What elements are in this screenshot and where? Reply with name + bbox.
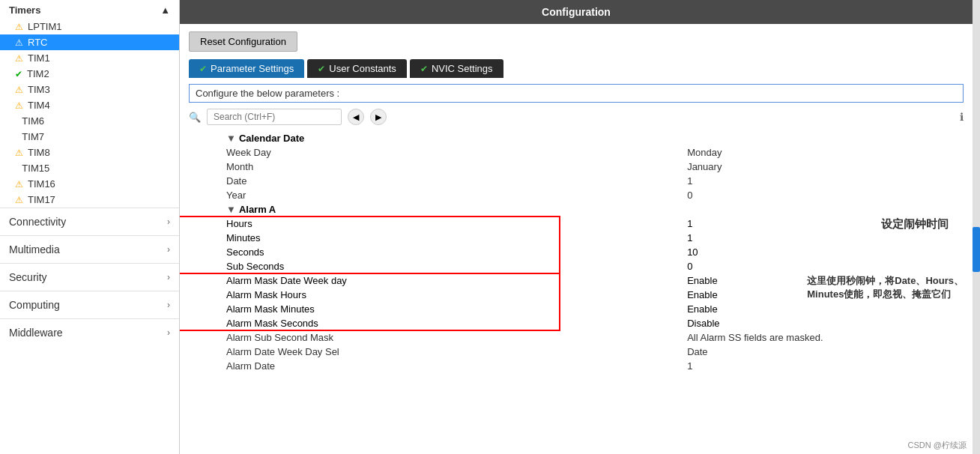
next-arrow[interactable]: ▶ — [370, 109, 387, 125]
chevron-right-icon: › — [167, 272, 170, 282]
table-row: Seconds 10 — [189, 245, 964, 259]
config-header: Configuration — [180, 0, 973, 24]
timer-item-label: LPTIM1 — [28, 21, 62, 32]
param-label: Date — [189, 174, 683, 188]
info-icon[interactable]: ℹ — [960, 111, 964, 123]
warn-icon: ⚠ — [15, 53, 23, 64]
param-label: Seconds — [189, 245, 683, 259]
no-icon — [15, 116, 17, 127]
param-label: Alarm Mask Minutes — [189, 302, 683, 316]
sidebar-nav-label: Computing — [9, 299, 60, 311]
search-icon: 🔍 — [189, 112, 201, 123]
timer-item-tim2[interactable]: ✔TIM2 — [0, 66, 179, 82]
scrollbar[interactable] — [973, 0, 980, 454]
reset-button[interactable]: Reset Configuration — [189, 31, 297, 52]
param-label: Alarm Sub Second Mask — [189, 330, 683, 345]
timer-item-label: TIM8 — [28, 147, 50, 158]
table-row: Alarm Sub Second Mask All Alarm SS field… — [189, 330, 964, 345]
table-row: Alarm Date 1 — [189, 359, 964, 373]
param-label: Hours — [189, 217, 683, 231]
sidebar-nav-label: Security — [9, 271, 47, 283]
tab-label: User Constants — [329, 63, 396, 74]
param-value: All Alarm SS fields are masked. — [683, 330, 964, 345]
param-value: 1 — [683, 231, 964, 245]
timers-section-header[interactable]: Timers ▲ — [0, 0, 179, 19]
scrollbar-thumb[interactable] — [973, 227, 980, 272]
timer-item-tim17[interactable]: ⚠TIM17 — [0, 192, 179, 208]
timer-item-label: TIM2 — [27, 68, 49, 79]
tab-check-icon: ✔ — [199, 64, 207, 74]
warn-icon: ⚠ — [15, 195, 23, 205]
timer-item-label: TIM6 — [22, 115, 44, 127]
timer-item-label: TIM15 — [22, 163, 49, 174]
alarm-a-label: Alarm A — [239, 204, 276, 215]
param-value: Enable — [683, 302, 964, 316]
config-title: Configuration — [542, 6, 611, 18]
timer-item-tim8[interactable]: ⚠TIM8 — [0, 145, 179, 160]
param-label: Sub Seconds — [189, 259, 683, 273]
timer-item-tim4[interactable]: ⚠TIM4 — [0, 97, 179, 113]
param-label: Alarm Mask Seconds — [189, 316, 683, 330]
timer-item-tim15[interactable]: TIM15 — [0, 160, 179, 176]
tab-parameter-settings[interactable]: ✔Parameter Settings — [189, 59, 304, 78]
calendar-date-label: Calendar Date — [239, 133, 304, 144]
param-label: Year — [189, 188, 683, 202]
warn-icon: ⚠ — [15, 22, 23, 32]
tab-label: NVIC Settings — [432, 63, 493, 74]
params-table: ▼Calendar Date Week Day Monday Month Jan… — [189, 131, 964, 373]
timer-item-tim1[interactable]: ⚠TIM1 — [0, 50, 179, 66]
timer-item-tim3[interactable]: ⚠TIM3 — [0, 82, 179, 97]
param-label: Alarm Date Week Day Sel — [189, 345, 683, 359]
timer-item-rtc[interactable]: ⚠RTC — [0, 34, 179, 50]
main-area: Configuration Reset Configuration ✔Param… — [180, 0, 973, 454]
sidebar-item-connectivity[interactable]: Connectivity› — [0, 208, 179, 235]
param-value: 0 — [683, 259, 964, 273]
table-row: Month January — [189, 160, 964, 174]
sidebar-item-middleware[interactable]: Middleware› — [0, 318, 179, 346]
timer-item-tim6[interactable]: TIM6 — [0, 113, 179, 129]
param-value: January — [683, 160, 964, 174]
param-label: Minutes — [189, 231, 683, 245]
sidebar-nav-label: Connectivity — [9, 216, 66, 228]
warn-icon: ⚠ — [15, 148, 23, 158]
alarm-a-header: ▼Alarm A — [189, 202, 964, 217]
annotation-2: 这里使用秒闹钟，将Date、Hours、 Minutes使能，即忽视、掩盖它们 — [807, 274, 964, 301]
timer-item-label: TIM3 — [28, 84, 50, 95]
tab-check-icon: ✔ — [318, 64, 325, 74]
timer-item-label: TIM17 — [28, 194, 55, 205]
table-row: Alarm Mask Minutes Enable — [189, 302, 964, 316]
warn-icon: ⚠ — [15, 85, 23, 95]
param-value: 1 — [683, 359, 964, 373]
warn-icon: ⚠ — [15, 100, 23, 111]
alarm-toggle[interactable]: ▼ — [226, 204, 236, 215]
warn-icon: ⚠ — [15, 179, 23, 190]
timer-item-label: TIM7 — [22, 131, 44, 142]
timer-item-tim7[interactable]: TIM7 — [0, 129, 179, 145]
content-area: Reset Configuration ✔Parameter Settings✔… — [180, 24, 973, 454]
tab-nvic-settings[interactable]: ✔NVIC Settings — [410, 59, 503, 78]
timer-item-label: TIM4 — [28, 100, 50, 111]
timers-label: Timers — [9, 4, 40, 16]
param-value: Monday — [683, 145, 964, 160]
prev-arrow[interactable]: ◀ — [348, 109, 364, 125]
tab-user-constants[interactable]: ✔User Constants — [307, 59, 407, 78]
sidebar-item-security[interactable]: Security› — [0, 263, 179, 291]
param-label: Week Day — [189, 145, 683, 160]
configure-label: Configure the below parameters : — [189, 84, 964, 103]
search-row: 🔍 ◀ ▶ ℹ — [189, 109, 964, 125]
search-input[interactable] — [207, 109, 342, 125]
chevron-right-icon: › — [167, 244, 170, 255]
calendar-toggle[interactable]: ▼ — [226, 133, 236, 144]
timer-item-tim16[interactable]: ⚠TIM16 — [0, 176, 179, 192]
tab-check-icon: ✔ — [420, 64, 428, 74]
timer-item-label: TIM1 — [28, 52, 50, 64]
sidebar-item-multimedia[interactable]: Multimedia› — [0, 235, 179, 263]
timer-items-list: ⚠LPTIM1⚠RTC⚠TIM1✔TIM2⚠TIM3⚠TIM4 TIM6 TIM… — [0, 19, 179, 208]
param-value: 1 — [683, 174, 964, 188]
table-row: Year 0 — [189, 188, 964, 202]
timer-item-lptim1[interactable]: ⚠LPTIM1 — [0, 19, 179, 34]
ok-icon: ✔ — [15, 69, 22, 79]
sidebar-item-computing[interactable]: Computing› — [0, 291, 179, 318]
calendar-date-header: ▼Calendar Date — [189, 131, 964, 145]
annotation-1: 设定闹钟时间 — [881, 217, 949, 231]
